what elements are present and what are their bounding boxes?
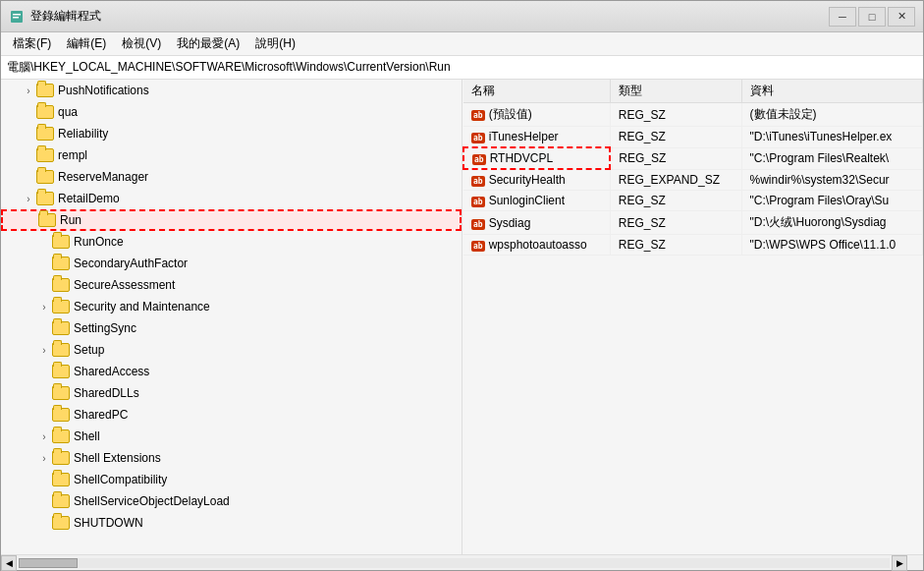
- tree-item-runonce[interactable]: RunOnce: [1, 231, 462, 253]
- window-controls: ─ □ ✕: [829, 7, 915, 27]
- folder-icon-retaildemo: [36, 192, 54, 205]
- reg-name-default: ab(預設值): [463, 103, 610, 127]
- tree-item-rempl[interactable]: rempl: [1, 144, 462, 166]
- h-scroll-thumb[interactable]: [19, 558, 78, 568]
- folder-icon-secondary: [52, 257, 70, 270]
- tree-item-shellservice[interactable]: ShellServiceObjectDelayLoad: [1, 490, 462, 512]
- menu-view[interactable]: 檢視(V): [114, 33, 169, 54]
- svg-rect-1: [13, 14, 21, 16]
- reg-data-itunes: "D:\iTunes\iTunesHelper.ex: [741, 127, 922, 148]
- tree-item-push[interactable]: ›PushNotifications: [1, 80, 462, 101]
- tree-item-shellcompat[interactable]: ShellCompatibility: [1, 469, 462, 490]
- reg-row-itunes[interactable]: abiTunesHelperREG_SZ"D:\iTunes\iTunesHel…: [463, 127, 923, 148]
- tree-item-secondary[interactable]: SecondaryAuthFactor: [1, 253, 462, 274]
- tree-label-secmaint: Security and Maintenance: [74, 300, 210, 314]
- minimize-button[interactable]: ─: [829, 7, 856, 27]
- tree-item-settingsync[interactable]: SettingSync: [1, 317, 462, 339]
- tree-label-run: Run: [60, 213, 82, 227]
- reg-type-sechealth: REG_EXPAND_SZ: [610, 169, 741, 191]
- reg-data-sysdiag: "D:\火绒\Huorong\Sysdiag: [741, 211, 922, 235]
- tree-arrow-push[interactable]: ›: [21, 86, 36, 96]
- reg-name-sunlogin: abSunloginClient: [463, 191, 610, 211]
- reg-row-sysdiag[interactable]: abSysdiagREG_SZ"D:\火绒\Huorong\Sysdiag: [463, 211, 923, 235]
- folder-icon-setup: [52, 343, 70, 357]
- reg-type-sysdiag: REG_SZ: [610, 211, 741, 235]
- tree-arrow-shell[interactable]: ›: [36, 431, 52, 442]
- reg-name-itunes: abiTunesHelper: [463, 127, 610, 148]
- tree-label-shellcompat: ShellCompatibility: [74, 473, 167, 486]
- reg-row-rthdvcpl[interactable]: abRTHDVCPLREG_SZ"C:\Program Files\Realte…: [463, 147, 923, 169]
- tree-arrow-secmaint[interactable]: ›: [36, 302, 52, 313]
- tree-item-secmaint[interactable]: ›Security and Maintenance: [1, 296, 462, 317]
- folder-icon-shutdown: [52, 516, 70, 530]
- reg-row-sunlogin[interactable]: abSunloginClientREG_SZ"C:\Program Files\…: [463, 191, 923, 211]
- reg-data-sunlogin: "C:\Program Files\Oray\Su: [741, 191, 922, 211]
- menu-bar: 檔案(F) 編輯(E) 檢視(V) 我的最愛(A) 說明(H): [1, 32, 923, 56]
- tree-arrow-setup[interactable]: ›: [36, 345, 52, 356]
- tree-item-shell[interactable]: ›Shell: [1, 426, 462, 447]
- folder-icon-reservemgr: [36, 170, 54, 184]
- h-scroll-track[interactable]: [19, 558, 890, 568]
- folder-icon-reliability: [36, 127, 54, 141]
- reg-type-sunlogin: REG_SZ: [610, 191, 741, 211]
- tree-item-reliability[interactable]: Reliability: [1, 123, 462, 144]
- close-button[interactable]: ✕: [888, 7, 915, 27]
- tree-label-shellext: Shell Extensions: [74, 451, 161, 465]
- folder-icon-sharedpc: [52, 408, 70, 422]
- tree-item-sharedpc[interactable]: SharedPC: [1, 404, 462, 426]
- reg-row-sechealth[interactable]: abSecurityHealthREG_EXPAND_SZ%windir%\sy…: [463, 169, 923, 191]
- reg-data-sechealth: %windir%\system32\Secur: [741, 169, 922, 191]
- tree-item-secureassess[interactable]: SecureAssessment: [1, 274, 462, 296]
- reg-type-wps: REG_SZ: [610, 235, 741, 256]
- folder-icon-shellcompat: [52, 473, 70, 486]
- tree-arrow-shellext[interactable]: ›: [36, 453, 52, 464]
- folder-icon-rempl: [36, 148, 54, 162]
- tree-item-setup[interactable]: ›Setup: [1, 339, 462, 361]
- registry-editor-window: 登錄編輯程式 ─ □ ✕ 檔案(F) 編輯(E) 檢視(V) 我的最愛(A) 說…: [0, 0, 924, 571]
- folder-icon-secureassess: [52, 278, 70, 292]
- right-pane[interactable]: 名稱 類型 資料 ab(預設值)REG_SZ(數值未設定)abiTunesHel…: [462, 80, 923, 554]
- tree-item-reservemgr[interactable]: ReserveManager: [1, 166, 462, 188]
- registry-table: 名稱 類型 資料 ab(預設值)REG_SZ(數值未設定)abiTunesHel…: [462, 80, 923, 256]
- col-name: 名稱: [463, 80, 610, 103]
- reg-data-wps: "D:\WPS\WPS Office\11.1.0: [741, 235, 922, 256]
- tree-item-sharedaccess[interactable]: SharedAccess: [1, 361, 462, 382]
- tree-item-shutdown[interactable]: SHUTDOWN: [1, 512, 462, 534]
- reg-data-default: (數值未設定): [741, 103, 922, 127]
- reg-type-itunes: REG_SZ: [610, 127, 741, 148]
- left-pane[interactable]: ›PushNotificationsquaReliabilityremplRes…: [1, 80, 462, 554]
- tree-item-shareddlls[interactable]: SharedDLLs: [1, 382, 462, 404]
- tree-arrow-retaildemo[interactable]: ›: [21, 194, 36, 204]
- tree-label-shutdown: SHUTDOWN: [74, 516, 143, 530]
- tree-label-shellservice: ShellServiceObjectDelayLoad: [74, 494, 230, 508]
- bottom-scrollbar[interactable]: ◀ ▶: [1, 554, 923, 570]
- tree-label-settingsync: SettingSync: [74, 321, 136, 335]
- content-area: ›PushNotificationsquaReliabilityremplRes…: [1, 80, 923, 554]
- window-title: 登錄編輯程式: [30, 8, 829, 25]
- reg-row-wps[interactable]: abwpsphotoautoassoREG_SZ"D:\WPS\WPS Offi…: [463, 235, 923, 256]
- scroll-right-btn[interactable]: ▶: [892, 555, 907, 571]
- tree-item-retaildemo[interactable]: ›RetailDemo: [1, 188, 462, 209]
- reg-data-rthdvcpl: "C:\Program Files\Realtek\: [741, 147, 922, 169]
- svg-rect-2: [13, 17, 19, 19]
- tree-label-secondary: SecondaryAuthFactor: [74, 257, 188, 270]
- reg-row-default[interactable]: ab(預設值)REG_SZ(數值未設定): [463, 103, 923, 127]
- scroll-left-btn[interactable]: ◀: [1, 555, 17, 571]
- folder-icon-shareddlls: [52, 386, 70, 400]
- menu-help[interactable]: 說明(H): [247, 33, 303, 54]
- maximize-button[interactable]: □: [858, 7, 886, 27]
- tree-label-sharedaccess: SharedAccess: [74, 365, 149, 378]
- menu-favorites[interactable]: 我的最愛(A): [169, 33, 247, 54]
- menu-edit[interactable]: 編輯(E): [59, 33, 114, 54]
- tree-item-shellext[interactable]: ›Shell Extensions: [1, 447, 462, 469]
- tree-label-rempl: rempl: [58, 148, 87, 162]
- tree-label-push: PushNotifications: [58, 84, 149, 97]
- folder-icon-push: [36, 84, 54, 97]
- folder-icon-secmaint: [52, 300, 70, 314]
- folder-icon-sharedaccess: [52, 365, 70, 378]
- col-data: 資料: [741, 80, 922, 103]
- tree-label-reliability: Reliability: [58, 127, 108, 141]
- menu-file[interactable]: 檔案(F): [5, 33, 59, 54]
- tree-item-qua[interactable]: qua: [1, 101, 462, 123]
- tree-item-run[interactable]: Run: [1, 209, 462, 231]
